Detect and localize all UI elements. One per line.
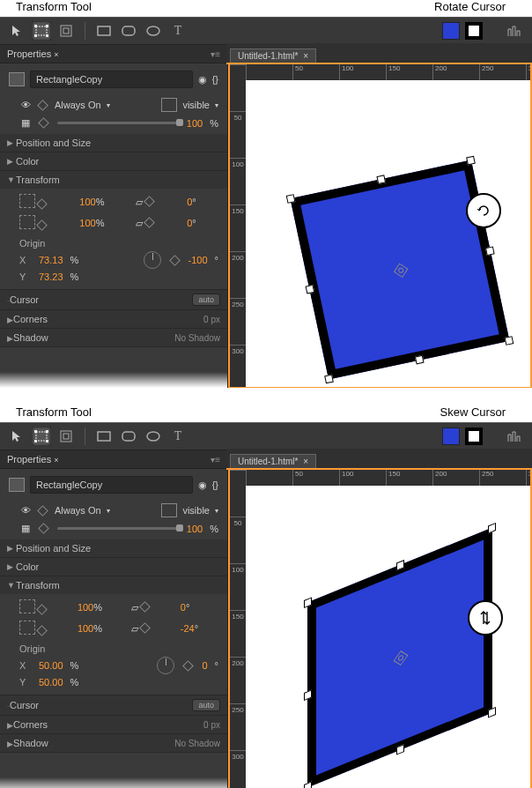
properties-panel-tab[interactable]: Properties × ▾≡ xyxy=(0,450,227,469)
opacity-value[interactable]: 100 xyxy=(187,524,203,534)
keyframe-diamond-icon[interactable] xyxy=(37,505,48,517)
text-tool[interactable]: T xyxy=(168,427,188,446)
panel-menu-icon[interactable]: ▾≡ xyxy=(211,49,220,59)
resize-handle[interactable] xyxy=(376,175,386,184)
selected-rectangle[interactable] xyxy=(290,160,509,379)
resize-handle[interactable] xyxy=(485,246,495,256)
scale-w-value[interactable]: 100 xyxy=(78,602,93,613)
layout-defaults-icon[interactable] xyxy=(506,21,525,41)
section-header-shadow[interactable]: ▶Shadow No Shadow xyxy=(0,329,227,346)
resize-handle[interactable] xyxy=(466,156,476,166)
rounded-rectangle-tool[interactable] xyxy=(119,427,138,446)
object-name-field[interactable]: RectangleCopy xyxy=(30,476,193,494)
section-header-corners[interactable]: ▶Corners 0 px xyxy=(0,310,227,328)
keyframe-diamond-icon[interactable] xyxy=(139,622,151,634)
section-header-shadow[interactable]: ▶Shadow No Shadow xyxy=(0,734,227,752)
panel-menu-icon[interactable]: ▾≡ xyxy=(211,455,220,465)
keyframe-diamond-icon[interactable] xyxy=(144,196,155,207)
origin-x-value[interactable]: 73.13 xyxy=(39,255,63,265)
cursor-auto-button[interactable]: auto xyxy=(192,699,220,711)
fill-color-swatch[interactable] xyxy=(442,22,460,40)
eye-icon[interactable]: 👁 xyxy=(21,505,31,516)
origin-y-value[interactable]: 73.23 xyxy=(39,271,63,282)
stroke-color-swatch[interactable] xyxy=(465,22,483,40)
keyframe-diamond-icon[interactable] xyxy=(169,255,181,266)
code-icon[interactable]: {} xyxy=(212,479,218,490)
close-icon[interactable]: × xyxy=(303,51,308,61)
dropdown-icon[interactable]: ▾ xyxy=(107,507,110,515)
resize-handle[interactable] xyxy=(286,194,296,204)
section-header-position[interactable]: ▶Position and Size xyxy=(0,134,227,152)
keyframe-diamond-icon[interactable] xyxy=(37,100,48,111)
clip-tool[interactable] xyxy=(56,427,76,446)
dropdown-icon[interactable]: ▾ xyxy=(215,507,218,515)
document-tab[interactable]: Untitled-1.html* × xyxy=(230,48,316,63)
section-header-position[interactable]: ▶Position and Size xyxy=(0,539,227,557)
origin-x-value[interactable]: 50.00 xyxy=(39,660,63,671)
selected-rectangle[interactable] xyxy=(307,528,492,788)
transform-tool[interactable] xyxy=(32,21,51,41)
keyframe-diamond-icon[interactable] xyxy=(183,660,195,672)
keyframe-diamond-icon[interactable] xyxy=(139,601,151,613)
selection-tool[interactable] xyxy=(7,21,26,41)
resize-handle[interactable] xyxy=(306,285,315,294)
document-tab[interactable]: Untitled-1.html* × xyxy=(230,454,316,468)
layout-defaults-icon[interactable] xyxy=(506,427,525,446)
canvas[interactable]: 50100150200250300350 50100150200250300 xyxy=(228,470,532,788)
selection-tool[interactable] xyxy=(7,427,26,446)
resize-handle[interactable] xyxy=(415,355,425,365)
canvas[interactable]: 50100150200250300350 50100150200250300 xyxy=(228,64,532,388)
display-label[interactable]: Always On xyxy=(55,100,101,110)
opacity-value[interactable]: 100 xyxy=(187,118,203,129)
rounded-rectangle-tool[interactable] xyxy=(119,21,138,41)
resize-handle[interactable] xyxy=(396,744,404,755)
keyframe-diamond-icon[interactable] xyxy=(144,217,155,228)
section-header-color[interactable]: ▶Color xyxy=(0,558,227,576)
opacity-slider[interactable] xyxy=(57,527,180,530)
rotation-dial[interactable] xyxy=(157,657,174,674)
eye-icon[interactable]: 👁 xyxy=(21,100,31,110)
section-header-transform[interactable]: ▼Transform xyxy=(0,576,227,594)
resize-handle[interactable] xyxy=(488,523,496,534)
rotation-value[interactable]: -100 xyxy=(188,255,208,265)
resize-handle[interactable] xyxy=(488,707,496,718)
clip-tool[interactable] xyxy=(56,21,76,41)
keyframe-diamond-icon[interactable] xyxy=(36,625,48,636)
fill-color-swatch[interactable] xyxy=(442,427,460,445)
rotation-dial[interactable] xyxy=(144,251,161,269)
section-header-color[interactable]: ▶Color xyxy=(0,152,227,170)
code-icon[interactable]: {} xyxy=(212,74,218,85)
section-header-cursor[interactable]: -Cursor auto xyxy=(0,290,227,309)
keyframe-diamond-icon[interactable] xyxy=(36,604,48,615)
scale-h-value[interactable]: 100 xyxy=(79,218,95,228)
transform-origin-marker[interactable] xyxy=(394,263,409,278)
dropdown-icon[interactable]: ▾ xyxy=(215,101,218,109)
cursor-auto-button[interactable]: auto xyxy=(192,294,220,306)
transform-tool[interactable] xyxy=(32,427,51,446)
resize-handle[interactable] xyxy=(324,375,334,384)
rotation-value[interactable]: 0 xyxy=(202,660,207,671)
stage[interactable] xyxy=(246,486,530,788)
target-icon[interactable]: ◉ xyxy=(198,74,207,85)
object-name-field[interactable]: RectangleCopy xyxy=(30,71,193,88)
overflow-label[interactable]: visible xyxy=(182,505,210,516)
section-header-corners[interactable]: ▶Corners 0 px xyxy=(0,716,227,733)
close-icon[interactable]: × xyxy=(303,457,308,466)
stage[interactable] xyxy=(246,80,530,387)
resize-handle[interactable] xyxy=(505,336,514,346)
keyframe-diamond-icon[interactable] xyxy=(38,523,49,534)
keyframe-diamond-icon[interactable] xyxy=(36,198,48,210)
target-icon[interactable]: ◉ xyxy=(198,479,207,491)
keyframe-diamond-icon[interactable] xyxy=(36,219,48,231)
ellipse-tool[interactable] xyxy=(144,427,163,446)
scale-w-value[interactable]: 100 xyxy=(79,197,95,207)
scale-h-value[interactable]: 100 xyxy=(78,623,93,634)
stroke-color-swatch[interactable] xyxy=(465,427,483,445)
rectangle-tool[interactable] xyxy=(94,427,114,446)
origin-y-value[interactable]: 50.00 xyxy=(39,677,63,688)
skew-y-value[interactable]: -24 xyxy=(181,623,195,634)
overflow-label[interactable]: visible xyxy=(182,100,210,110)
transform-origin-marker[interactable] xyxy=(394,650,409,665)
rectangle-tool[interactable] xyxy=(94,21,114,41)
ellipse-tool[interactable] xyxy=(144,21,163,41)
